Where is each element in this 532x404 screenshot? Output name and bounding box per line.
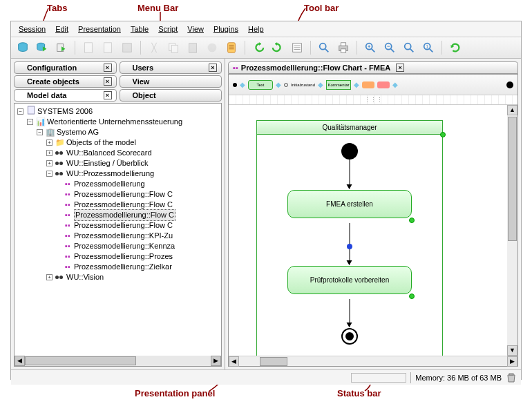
close-icon[interactable]: × xyxy=(104,77,112,86)
collapse-icon[interactable]: − xyxy=(17,108,23,115)
activity-node[interactable]: FMEA erstellen xyxy=(287,190,412,218)
start-node[interactable] xyxy=(341,143,358,160)
tree-leaf[interactable]: ▪▪Prozessmodellierung::KPI-Zu xyxy=(17,231,221,241)
doc2-icon[interactable] xyxy=(100,40,115,55)
doc1-icon[interactable] xyxy=(81,40,96,55)
pal-comment[interactable]: Kommentar xyxy=(326,80,351,90)
expand-icon[interactable]: + xyxy=(46,160,53,166)
scroll-track[interactable] xyxy=(25,356,211,366)
search-icon[interactable] xyxy=(316,40,332,55)
menu-plugins[interactable]: Plugins xyxy=(209,23,243,35)
tree-node[interactable]: +WU::Balanced Scorecard xyxy=(17,148,221,158)
tree[interactable]: −SYSTEMS 2006 −📊Wertorientierte Unterneh… xyxy=(14,103,222,367)
scroll-down-icon[interactable]: ▼ xyxy=(507,345,517,356)
print-icon[interactable] xyxy=(336,40,351,55)
scroll-right-icon[interactable]: ▶ xyxy=(211,356,221,366)
paste-icon[interactable] xyxy=(185,40,200,55)
swimlane[interactable]: Qualitätsmanager FMEA erstellen Prüfprot… xyxy=(256,120,443,356)
pal-end[interactable] xyxy=(506,81,513,88)
scroll-left-icon[interactable]: ◀ xyxy=(15,356,25,366)
scroll-left-icon[interactable]: ◀ xyxy=(229,356,239,367)
close-icon[interactable]: × xyxy=(104,64,112,72)
tree-leaf[interactable]: ▪▪Prozessmodellierung::Flow C xyxy=(17,220,221,231)
menu-view[interactable]: View xyxy=(182,23,209,35)
menu-help[interactable]: Help xyxy=(243,23,269,35)
port[interactable] xyxy=(409,218,415,223)
tree-node[interactable]: +📁Objects of the model xyxy=(17,137,221,148)
menu-table[interactable]: Table xyxy=(126,23,153,35)
tree-leaf[interactable]: ▪▪Prozessmodellierung::Zielkar xyxy=(17,262,221,272)
close-icon[interactable]: × xyxy=(209,64,217,72)
connector-dot[interactable] xyxy=(347,244,352,249)
save-icon[interactable] xyxy=(120,40,135,55)
pal-initial[interactable]: Initialzustand xyxy=(284,83,315,87)
refresh-icon[interactable] xyxy=(448,40,463,55)
tree-node[interactable]: −🏢Systemo AG xyxy=(17,127,221,137)
menu-edit[interactable]: Edit xyxy=(50,23,73,35)
redo-icon[interactable] xyxy=(270,40,285,55)
collapse-icon[interactable]: − xyxy=(46,171,53,177)
tree-leaf[interactable]: ▪▪Prozessmodellierung::Kennza xyxy=(17,241,221,251)
tab-create-objects[interactable]: Create objects× xyxy=(14,75,117,88)
scroll-track[interactable] xyxy=(239,356,507,366)
scroll-thumb[interactable] xyxy=(260,357,287,366)
trash-icon[interactable] xyxy=(506,372,517,383)
activity-node[interactable]: Prüfprotokolle vorbereiten xyxy=(287,266,412,294)
pal-orange[interactable] xyxy=(362,81,374,88)
list-icon[interactable] xyxy=(289,40,305,55)
script-icon[interactable] xyxy=(224,40,239,55)
port[interactable] xyxy=(409,294,415,299)
tree-leaf-selected[interactable]: ▪▪Prozessmodellierung::Flow C xyxy=(17,210,221,220)
tree-leaf[interactable]: ▪▪Prozessmodellierung::Flow C xyxy=(17,189,221,200)
collapse-icon[interactable]: − xyxy=(27,119,33,125)
cut-icon[interactable] xyxy=(146,40,162,55)
close-icon[interactable]: × xyxy=(104,91,112,99)
scroll-thumb[interactable] xyxy=(508,117,517,241)
close-icon[interactable]: × xyxy=(396,64,404,72)
end-node[interactable] xyxy=(341,328,358,345)
scroll-up-icon[interactable]: ▲ xyxy=(507,105,517,115)
tree-hscroll[interactable]: ◀▶ xyxy=(15,356,221,366)
tab-object[interactable]: Object xyxy=(120,89,222,102)
zoom-fit-icon[interactable] xyxy=(401,40,417,55)
tree-node[interactable]: +WU::Vision xyxy=(17,272,221,282)
db-icon[interactable] xyxy=(15,40,30,55)
canvas-hscroll[interactable]: ◀▶ xyxy=(229,356,517,366)
tree-node-root[interactable]: −SYSTEMS 2006 xyxy=(17,106,221,117)
tab-view[interactable]: View xyxy=(120,75,222,88)
zoom-out-icon[interactable] xyxy=(382,40,397,55)
pal-handle[interactable] xyxy=(233,83,237,87)
tab-configuration[interactable]: Configuration× xyxy=(14,61,117,74)
copy-icon[interactable] xyxy=(166,40,181,55)
zoom-in-icon[interactable] xyxy=(363,40,378,55)
delete-icon[interactable] xyxy=(205,40,220,55)
expand-icon[interactable]: + xyxy=(46,150,53,156)
menu-session[interactable]: Session xyxy=(14,23,50,35)
tab-users[interactable]: Users× xyxy=(120,61,222,74)
undo-icon[interactable] xyxy=(251,40,266,55)
port[interactable] xyxy=(440,132,446,137)
export-icon[interactable] xyxy=(54,40,69,55)
canvas-vscroll[interactable]: ▲▼ xyxy=(507,105,517,356)
menu-script[interactable]: Script xyxy=(153,23,182,35)
scroll-right-icon[interactable]: ▶ xyxy=(507,356,517,367)
collapse-icon[interactable]: − xyxy=(37,129,43,135)
pal-red[interactable] xyxy=(377,81,390,88)
zoom-reset-icon[interactable]: 1 xyxy=(421,40,436,55)
tree-node[interactable]: +WU::Einstieg / Überblick xyxy=(17,158,221,169)
scroll-track[interactable] xyxy=(507,115,517,345)
expand-icon[interactable]: + xyxy=(46,274,53,280)
db-play-icon[interactable] xyxy=(35,40,50,55)
tree-leaf[interactable]: ▪▪Prozessmodellierung::Flow C xyxy=(17,200,221,210)
tab-model-data[interactable]: Model data× xyxy=(14,89,117,102)
pal-text[interactable]: Text xyxy=(248,80,273,90)
tree-node[interactable]: −📊Wertorientierte Unternehmenssteuerung xyxy=(17,117,221,127)
expand-icon[interactable]: + xyxy=(46,140,53,146)
tree-leaf[interactable]: ▪▪Prozessmodellierung xyxy=(17,179,221,189)
menu-presentation[interactable]: Presentation xyxy=(73,23,126,35)
presentation-tab[interactable]: ▪▪ Prozessmodellierung::Flow Chart - FME… xyxy=(228,61,518,74)
tree-node[interactable]: −WU::Prozessmodellierung xyxy=(17,169,221,179)
scroll-thumb[interactable] xyxy=(25,356,136,365)
diagram-canvas[interactable]: Qualitätsmanager FMEA erstellen Prüfprot… xyxy=(229,105,517,356)
tree-leaf[interactable]: ▪▪Prozessmodellierung::Prozes xyxy=(17,251,221,262)
